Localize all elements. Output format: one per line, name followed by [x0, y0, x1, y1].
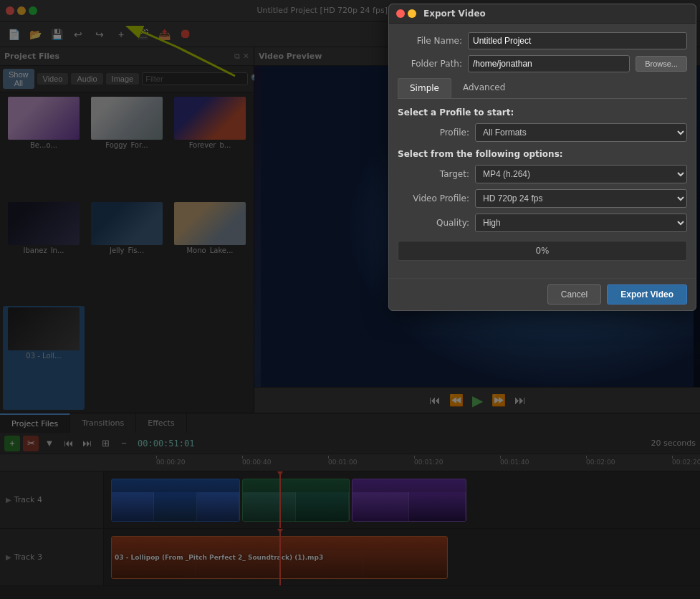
- file-name-row: File Name:: [398, 32, 687, 49]
- file-name-label: File Name:: [398, 36, 462, 46]
- tab-advanced[interactable]: Advanced: [451, 78, 517, 98]
- profile-section-label: Select a Profile to start:: [398, 107, 687, 118]
- folder-path-input[interactable]: [468, 55, 630, 72]
- video-profile-row: Video Profile: HD 720p 24 fps: [398, 189, 687, 208]
- quality-select[interactable]: High Medium Low: [475, 214, 687, 232]
- folder-path-label: Folder Path:: [398, 59, 462, 69]
- profile-row: Profile: All Formats: [398, 123, 687, 142]
- quality-label: Quality:: [398, 218, 469, 228]
- quality-row: Quality: High Medium Low: [398, 214, 687, 232]
- dialog-body: File Name: Folder Path: Browse... Simple…: [389, 24, 696, 278]
- target-select[interactable]: MP4 (h.264): [475, 165, 687, 183]
- tab-simple[interactable]: Simple: [398, 78, 451, 98]
- video-profile-label: Video Profile:: [398, 193, 469, 203]
- export-video-button[interactable]: Export Video: [607, 284, 687, 305]
- dialog-window-controls[interactable]: [396, 9, 416, 18]
- browse-button[interactable]: Browse...: [636, 56, 687, 72]
- dialog-footer: Cancel Export Video: [389, 278, 696, 310]
- profile-label: Profile:: [398, 128, 469, 138]
- profile-select[interactable]: All Formats: [475, 123, 687, 142]
- options-section-label: Select from the following options:: [398, 149, 687, 159]
- target-row: Target: MP4 (h.264): [398, 165, 687, 183]
- cancel-button[interactable]: Cancel: [547, 284, 601, 305]
- progress-text: 0%: [535, 246, 549, 256]
- target-label: Target:: [398, 169, 469, 179]
- dialog-title: Export Video: [423, 9, 486, 19]
- dialog-close-button[interactable]: [396, 9, 405, 18]
- dialog-min-button[interactable]: [408, 9, 416, 18]
- progress-bar: 0%: [398, 241, 687, 261]
- dialog-overlay: Export Video File Name: Folder Path: Bro…: [0, 0, 700, 599]
- dialog-titlebar: Export Video: [389, 4, 696, 24]
- video-profile-select[interactable]: HD 720p 24 fps: [475, 189, 687, 208]
- dialog-tabs: Simple Advanced: [398, 78, 687, 99]
- file-name-input[interactable]: [468, 32, 687, 49]
- export-dialog: Export Video File Name: Folder Path: Bro…: [388, 4, 696, 311]
- folder-path-row: Folder Path: Browse...: [398, 55, 687, 72]
